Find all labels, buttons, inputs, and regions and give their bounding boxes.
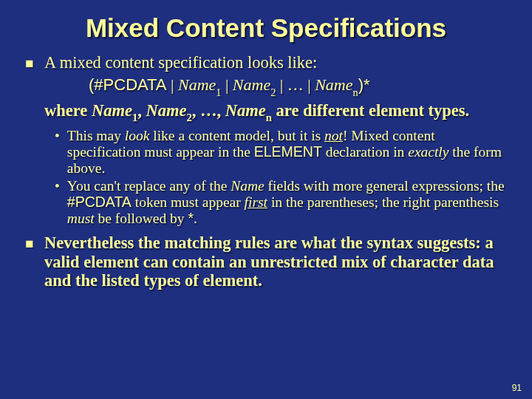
square-bullet-icon: ◼ — [25, 238, 34, 290]
where-line: where Name1, Name2, …, Namen are differe… — [44, 101, 507, 123]
sub-bullet-2: • You can't replace any of the Name fiel… — [55, 178, 507, 226]
sub-bullets: • This may look like a content model, bu… — [55, 128, 507, 226]
bullet-item-2: ◼ Nevertheless the matching rules are wh… — [25, 233, 507, 290]
syntax-line: (#PCDATA | Name1 | Name2 | … | Namen)* — [89, 76, 507, 96]
dot-bullet-icon: • — [55, 128, 60, 176]
square-bullet-icon: ◼ — [25, 58, 34, 72]
slide-body: ◼ A mixed content specification looks li… — [25, 53, 507, 290]
bullet-item-1: ◼ A mixed content specification looks li… — [25, 53, 507, 72]
page-number: 91 — [512, 383, 522, 393]
bullet-1-text: A mixed content specification looks like… — [44, 53, 507, 72]
slide-title: Mixed Content Specifications — [25, 13, 507, 43]
dot-bullet-icon: • — [55, 178, 60, 226]
sub-bullet-1: • This may look like a content model, bu… — [55, 128, 507, 176]
bullet-2-text: Nevertheless the matching rules are what… — [44, 233, 507, 290]
slide: Mixed Content Specifications ◼ A mixed c… — [0, 0, 532, 399]
